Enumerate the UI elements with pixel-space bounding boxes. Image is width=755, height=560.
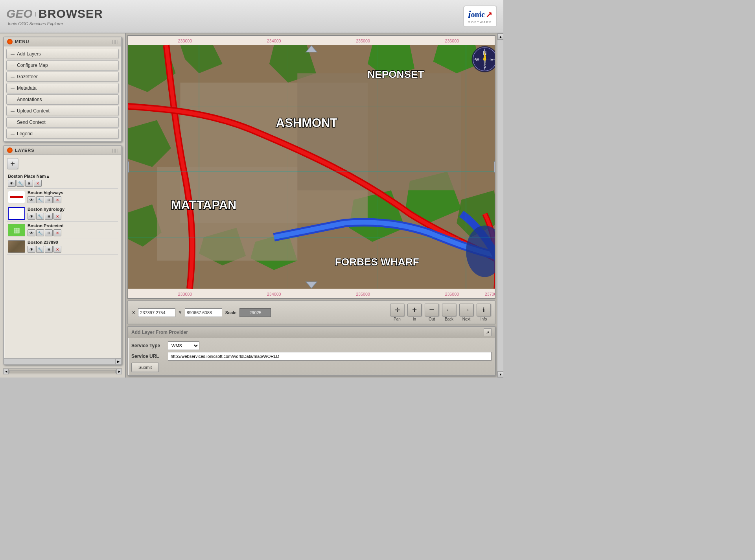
layer-grid-icon[interactable]: ⊞ (45, 246, 53, 253)
layer-remove-icon[interactable]: ✕ (53, 196, 61, 203)
zoom-out-button[interactable]: − Out (425, 304, 439, 321)
next-button[interactable]: → Next (459, 304, 473, 321)
service-url-label: Service URL (131, 354, 165, 359)
layer-grid-icon[interactable]: ⊞ (45, 196, 53, 203)
svg-marker-63 (494, 161, 495, 173)
x-coord-input[interactable] (138, 308, 175, 317)
service-type-select[interactable]: WMS WFS WCS (168, 341, 199, 350)
menu-btn-upload-context[interactable]: — Upload Context (6, 106, 119, 116)
add-layer-panel-header: Add Layer From Provider ↗ (128, 327, 495, 338)
next-label: Next (462, 317, 471, 321)
pan-icon: ✛ (390, 304, 404, 316)
service-type-row: Service Type WMS WFS WCS (131, 341, 492, 350)
layer-visibility-icon[interactable]: 👁 (28, 229, 35, 236)
submit-button[interactable]: Submit (131, 363, 159, 372)
menu-panel-title: MENU (15, 39, 29, 44)
svg-text:237000: 237000 (485, 292, 495, 297)
layer-visibility-icon[interactable]: 👁 (28, 213, 35, 220)
sidebar-hscroll: ◀ ▶ (3, 368, 122, 374)
menu-btn-metadata[interactable]: — Metadata (6, 83, 119, 93)
layer-remove-icon[interactable]: ✕ (53, 229, 61, 236)
y-label: Y (179, 310, 181, 315)
svg-rect-17 (157, 167, 297, 261)
app-subtitle: Ionic OGC Services Explorer (6, 21, 103, 26)
layer-settings-icon[interactable]: 🔧 (17, 180, 24, 187)
layer-settings-icon[interactable]: 🔧 (36, 196, 44, 203)
layer-remove-icon[interactable]: ✕ (53, 213, 61, 220)
ionic-arrow: ↗ (486, 10, 492, 19)
menu-btn-add-layers[interactable]: — Add Layers (6, 49, 119, 59)
add-layer-panel: Add Layer From Provider ↗ Service Type W… (127, 326, 495, 376)
scale-label: Scale (225, 310, 237, 315)
svg-text:235000: 235000 (356, 39, 370, 43)
geo-text: GEO (6, 7, 33, 20)
zoom-in-label: In (413, 317, 416, 321)
layer-remove-icon[interactable]: ✕ (34, 180, 42, 187)
svg-text:234000: 234000 (267, 39, 281, 43)
sidebar-scroll-left[interactable]: ◀ (3, 369, 9, 374)
app-logo: GEO | BROWSER Ionic OGC Services Explore… (6, 7, 103, 26)
svg-text:236000: 236000 (445, 292, 459, 297)
menu-btn-send-context[interactable]: — Send Context (6, 117, 119, 127)
menu-btn-configure-map[interactable]: — Configure Map (6, 60, 119, 70)
layer-remove-icon[interactable]: ✕ (53, 246, 61, 253)
layer-settings-icon[interactable]: 🔧 (36, 246, 44, 253)
menu-btn-legend[interactable]: — Legend (6, 129, 119, 139)
menu-btn-annotations[interactable]: — Annotations (6, 94, 119, 105)
service-url-row: Service URL (131, 352, 492, 361)
layers-scroll-track (4, 359, 116, 364)
y-coord-input[interactable] (185, 308, 222, 317)
main-layout: MENU |||| — Add Layers — Configure Map —… (0, 33, 503, 378)
layer-grid-icon[interactable]: ⊞ (45, 213, 53, 220)
ionic-onic: onic (471, 10, 485, 19)
add-layer-button[interactable]: + (7, 158, 18, 169)
scale-input[interactable] (239, 308, 271, 317)
sidebar-scroll-track (9, 370, 116, 373)
svg-text:E: E (490, 57, 493, 62)
layer-visibility-icon[interactable]: 👁 (28, 196, 35, 203)
layer-grid-icon[interactable]: ⊞ (25, 180, 33, 187)
layer-grid-icon[interactable]: ⊞ (45, 229, 53, 236)
ionic-i: i (468, 9, 471, 20)
svg-text:MATTAPAN: MATTAPAN (171, 198, 237, 212)
menu-btn-gazetteer[interactable]: — Gazetteer (6, 72, 119, 82)
layer-item-boston-place: Boston Place Nam▲ 👁 🔧 ⊞ ✕ (7, 172, 118, 189)
layer-settings-icon[interactable]: 🔧 (36, 213, 44, 220)
svg-text:233000: 233000 (178, 292, 192, 297)
layer-icons-boston-hydrology: 👁 🔧 ⊞ ✕ (28, 213, 117, 220)
expand-panel-button[interactable]: ↗ (484, 328, 492, 336)
layer-thumb-protected: ▦ (8, 224, 25, 236)
svg-text:234000: 234000 (267, 292, 281, 297)
scroll-down-button[interactable]: ▼ (497, 371, 503, 378)
zoom-in-button[interactable]: + In (407, 304, 422, 321)
map-container[interactable]: 233000 234000 235000 236000 893000 89200… (127, 35, 495, 299)
pan-tool-button[interactable]: ✛ Pan (390, 304, 404, 321)
map-svg: 233000 234000 235000 236000 893000 89200… (128, 36, 495, 298)
service-url-input[interactable] (168, 352, 492, 361)
zoom-out-icon: − (425, 304, 439, 316)
zoom-in-icon: + (407, 304, 422, 316)
info-button[interactable]: ℹ Info (477, 304, 491, 321)
scroll-up-button[interactable]: ▲ (497, 33, 503, 40)
layers-panel-title: LAYERS (15, 148, 35, 153)
layers-scroll-right[interactable]: ▶ (116, 359, 121, 364)
layer-visibility-icon[interactable]: 👁 (28, 246, 35, 253)
layer-name-boston237890: Boston 237890 (28, 240, 117, 245)
layer-visibility-icon[interactable]: 👁 (8, 180, 16, 187)
layer-settings-icon[interactable]: 🔧 (36, 229, 44, 236)
layer-item-boston-protected: ▦ Boston Protected 👁 🔧 ⊞ ✕ (7, 222, 118, 238)
back-button[interactable]: ← Back (442, 304, 456, 321)
svg-text:235000: 235000 (356, 292, 370, 297)
pan-label: Pan (394, 317, 401, 321)
layer-thumb-hydrology (8, 207, 25, 220)
sidebar-scroll-right[interactable]: ▶ (116, 369, 122, 374)
add-layer-title: Add Layer From Provider (131, 330, 188, 335)
toolbar: X Y Scale ✛ Pan + In − Out (127, 300, 495, 324)
layers-panel: LAYERS |||| + Boston Place Nam▲ 👁 🔧 ⊞ ✕ (3, 145, 122, 365)
ionic-logo: i onic ↗ SOFTWARE (463, 6, 497, 27)
svg-text:NEPONSET: NEPONSET (367, 68, 424, 80)
layer-thumb-boston237890 (8, 240, 25, 253)
info-icon: ℹ (477, 304, 491, 316)
layer-name-boston-place: Boston Place Nam▲ (8, 174, 117, 179)
menu-panel-grip: |||| (112, 40, 118, 44)
